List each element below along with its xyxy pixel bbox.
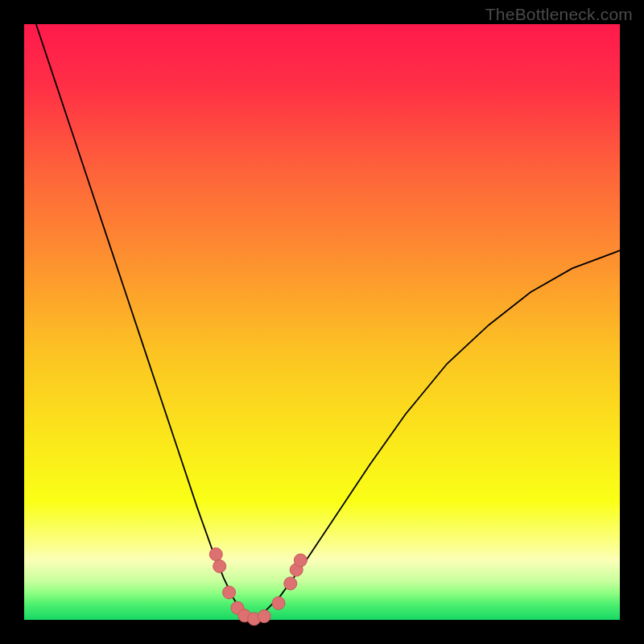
marker-dot xyxy=(272,597,285,609)
marker-dot xyxy=(209,548,222,561)
watermark-text: TheBottleneck.com xyxy=(485,5,633,24)
marker-dot xyxy=(284,577,297,590)
outer-frame: TheBottleneck.com xyxy=(0,0,644,644)
marker-dot xyxy=(294,554,307,567)
plot-area xyxy=(24,24,620,620)
marker-dot xyxy=(223,586,236,599)
curve-left xyxy=(36,24,250,620)
marker-dot xyxy=(258,610,270,623)
curve-layer xyxy=(24,24,620,620)
marker-group xyxy=(209,548,307,625)
marker-dot xyxy=(213,559,226,572)
